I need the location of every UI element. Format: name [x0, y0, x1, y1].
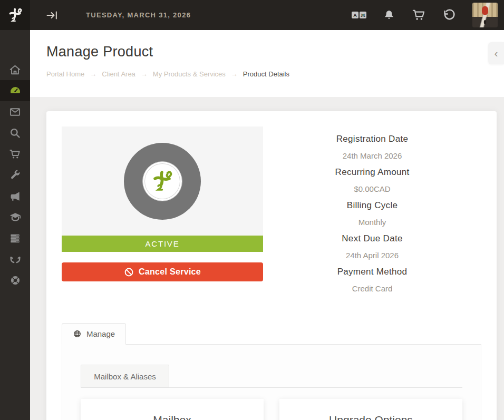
sidebar-item-announcements[interactable]: [0, 185, 30, 207]
breadcrumb-arrow-icon: →: [231, 70, 238, 78]
manage-cards-row: Mailbox Upgrade Options: [81, 399, 462, 420]
dashboard-gauge-icon: [9, 84, 22, 97]
sidebar-item-search[interactable]: [0, 122, 30, 143]
breadcrumb-my-products[interactable]: My Products & Services: [153, 70, 226, 78]
sidebar-nav: [0, 30, 30, 420]
language-letter-a: A: [352, 12, 358, 18]
mailbox-card-title: Mailbox: [81, 414, 264, 420]
main-area: Manage Product Portal Home → Client Area…: [30, 30, 504, 420]
detail-label: Recurring Amount: [263, 164, 481, 181]
detail-label: Billing Cycle: [263, 197, 481, 214]
breadcrumb: Portal Home → Client Area → My Products …: [30, 60, 504, 78]
status-badge: ACTIVE: [62, 236, 263, 252]
product-logo-inner-circle: [142, 161, 182, 201]
cancel-service-button[interactable]: Cancel Service: [62, 262, 263, 281]
detail-label: Registration Date: [263, 131, 481, 148]
envelope-icon: [9, 106, 21, 118]
detail-label: Next Due Date: [263, 230, 481, 247]
user-avatar[interactable]: [472, 3, 498, 27]
topbar-actions: A Ж: [352, 3, 498, 27]
content-area: ACTIVE Cancel Service Registration Date …: [30, 97, 504, 420]
page-title: Manage Product: [30, 30, 504, 60]
manage-tab-panel: Mailbox & Aliases Mailbox Upgrade Option…: [62, 345, 481, 420]
tab-manage[interactable]: Manage: [62, 323, 126, 345]
product-left-column: ACTIVE Cancel Service: [62, 126, 263, 297]
sidebar-item-support[interactable]: [0, 249, 30, 270]
sidebar-item-help[interactable]: [0, 270, 30, 291]
mailbox-card[interactable]: Mailbox: [81, 399, 264, 420]
upgrade-options-card[interactable]: Upgrade Options: [279, 399, 462, 420]
brand-logo[interactable]: [0, 0, 30, 30]
tab-mailbox-aliases[interactable]: Mailbox & Aliases: [81, 365, 169, 387]
cart-icon[interactable]: [412, 8, 426, 22]
sidebar-toggle-icon[interactable]: [45, 9, 58, 22]
graduation-cap-icon: [9, 211, 22, 223]
open-hands-icon: [9, 253, 22, 266]
topbar: TUESDAY, MARCH 31, 2026 A Ж: [0, 0, 504, 30]
detail-value: Credit Card: [263, 280, 481, 297]
cancel-service-label: Cancel Service: [139, 267, 201, 277]
restore-undo-icon[interactable]: [442, 8, 456, 22]
sidebar-item-email[interactable]: [0, 101, 30, 122]
sidebar-item-services[interactable]: [0, 164, 30, 185]
detail-value: Monthly: [263, 214, 481, 230]
sidebar-item-knowledgebase[interactable]: [0, 207, 30, 228]
current-date: TUESDAY, MARCH 31, 2026: [86, 11, 191, 19]
megaphone-icon: [9, 190, 21, 202]
product-overview-row: ACTIVE Cancel Service Registration Date …: [62, 126, 481, 297]
detail-value: $0.00CAD: [263, 181, 481, 197]
product-logo-glyph: [149, 168, 176, 194]
collapse-panel-button[interactable]: ‹: [488, 42, 504, 64]
upgrade-options-card-title: Upgrade Options: [279, 414, 462, 420]
tab-manage-label: Manage: [86, 329, 115, 338]
breadcrumb-client-area[interactable]: Client Area: [102, 70, 135, 78]
globe-icon: [73, 329, 82, 338]
sidebar-item-store[interactable]: [0, 143, 30, 164]
breadcrumb-arrow-icon: →: [141, 70, 148, 78]
notifications-bell-icon[interactable]: [383, 9, 395, 22]
product-image: [62, 126, 263, 236]
product-details-list: Registration Date 24th March 2026 Recurr…: [263, 126, 481, 297]
detail-value: 24th April 2026: [263, 247, 481, 263]
search-icon: [9, 127, 21, 139]
home-icon: [9, 64, 21, 76]
breadcrumb-product-details: Product Details: [243, 70, 289, 78]
breadcrumb-portal-home[interactable]: Portal Home: [46, 70, 84, 78]
language-letter-b: Ж: [360, 12, 366, 18]
language-icon[interactable]: A Ж: [352, 12, 366, 18]
inner-tab-bar: Mailbox & Aliases: [81, 365, 462, 388]
sidebar-item-servers[interactable]: [0, 228, 30, 249]
brand-logo-icon: [6, 6, 24, 24]
product-logo-circle: [124, 143, 201, 220]
ban-icon: [124, 267, 134, 277]
product-card: ACTIVE Cancel Service Registration Date …: [46, 111, 497, 420]
cart-icon: [9, 148, 21, 160]
server-stack-icon: [9, 232, 21, 245]
page-header: Manage Product Portal Home → Client Area…: [30, 30, 504, 97]
tab-bar: Manage: [62, 323, 481, 345]
life-ring-icon: [9, 275, 21, 286]
sidebar-item-dashboard[interactable]: [0, 80, 30, 101]
detail-value: 24th March 2026: [263, 148, 481, 164]
sidebar-item-home[interactable]: [0, 59, 30, 80]
breadcrumb-arrow-icon: →: [90, 70, 96, 78]
wrench-icon: [9, 169, 21, 181]
detail-label: Payment Method: [263, 263, 481, 280]
